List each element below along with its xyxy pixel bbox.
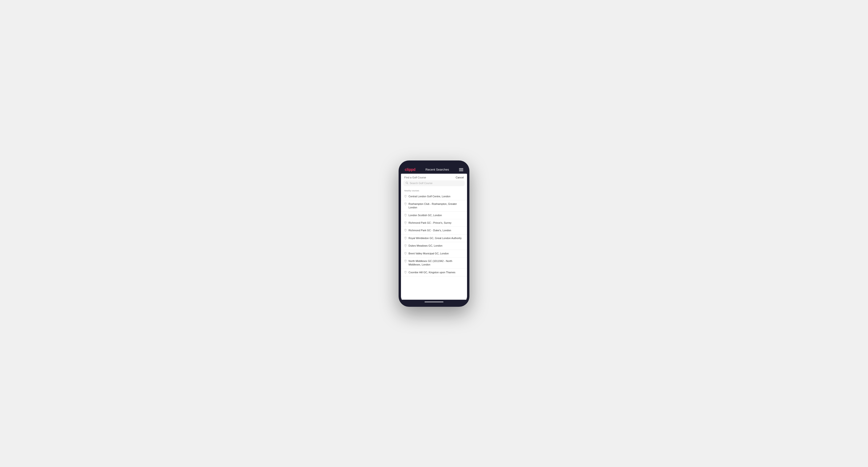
pin-icon: [404, 203, 407, 206]
svg-point-0: [406, 182, 408, 184]
pin-icon: [404, 252, 407, 255]
nearby-section: Nearby courses Central London Golf Centr…: [401, 188, 467, 300]
svg-point-9: [405, 252, 406, 253]
main-content: Find a Golf Course Cancel Nearby: [401, 174, 467, 300]
nav-title: Recent Searches: [426, 168, 449, 171]
cancel-button[interactable]: Cancel: [456, 176, 464, 179]
course-name: Richmond Park GC - Prince's, Surrey: [408, 221, 452, 225]
svg-point-4: [405, 214, 406, 215]
course-name: Dukes Meadows GC, London: [408, 244, 442, 248]
svg-point-8: [405, 245, 406, 245]
phone-screen: clippd Recent Searches Find a Golf Cours…: [401, 163, 467, 304]
course-name: Coombe Hill GC, Kingston upon Thames: [408, 271, 456, 274]
svg-point-5: [405, 222, 406, 222]
course-list-item[interactable]: Brent Valley Municipal GC, London: [401, 250, 467, 257]
svg-point-3: [405, 203, 406, 204]
course-list-item[interactable]: London Scottish GC, London: [401, 212, 467, 219]
pin-icon: [404, 214, 407, 217]
nav-bar: clippd Recent Searches: [401, 166, 467, 174]
course-name: Royal Wimbledon GC, Great London Authori…: [408, 237, 462, 240]
pin-icon: [404, 195, 407, 198]
svg-point-7: [405, 238, 406, 238]
hamburger-menu-icon[interactable]: [459, 168, 463, 171]
course-list-item[interactable]: Dukes Meadows GC, London: [401, 242, 467, 250]
pin-icon: [404, 244, 407, 248]
app-logo: clippd: [405, 167, 415, 172]
course-list-item[interactable]: Roehampton Club - Roehampton, Greater Lo…: [401, 200, 467, 212]
find-title: Find a Golf Course: [404, 176, 426, 179]
svg-point-2: [405, 195, 406, 196]
phone-frame: clippd Recent Searches Find a Golf Cours…: [399, 160, 469, 307]
course-name: Central London Golf Centre, London: [408, 195, 450, 198]
nearby-label: Nearby courses: [401, 188, 467, 193]
svg-point-6: [405, 229, 406, 230]
search-input[interactable]: [410, 182, 462, 185]
svg-line-1: [408, 183, 408, 184]
course-name: Brent Valley Municipal GC, London: [408, 252, 448, 255]
search-icon: [406, 182, 408, 185]
course-name: Richmond Park GC - Duke's, London: [408, 229, 451, 232]
course-list-item[interactable]: Coombe Hill GC, Kingston upon Thames: [401, 269, 467, 276]
pin-icon: [404, 237, 407, 240]
search-input-wrapper: [403, 180, 465, 186]
course-list-item[interactable]: Royal Wimbledon GC, Great London Authori…: [401, 235, 467, 242]
course-name: North Middlesex GC (1011942 - North Midd…: [408, 259, 464, 267]
course-list-item[interactable]: Central London Golf Centre, London: [401, 193, 467, 200]
pin-icon: [404, 229, 407, 232]
status-bar: [401, 163, 467, 166]
course-list-item[interactable]: Richmond Park GC - Duke's, London: [401, 227, 467, 234]
search-container: [401, 180, 467, 188]
pin-icon: [404, 271, 407, 274]
svg-point-10: [405, 260, 406, 261]
course-name: Roehampton Club - Roehampton, Greater Lo…: [408, 202, 464, 210]
course-list-item[interactable]: North Middlesex GC (1011942 - North Midd…: [401, 257, 467, 269]
course-list-item[interactable]: Richmond Park GC - Prince's, Surrey: [401, 219, 467, 227]
course-list: Central London Golf Centre, London Roeha…: [401, 193, 467, 277]
svg-point-11: [405, 272, 406, 272]
home-bar: [425, 302, 443, 302]
find-header: Find a Golf Course Cancel: [401, 174, 467, 180]
home-indicator: [401, 300, 467, 304]
course-name: London Scottish GC, London: [408, 214, 442, 217]
pin-icon: [404, 221, 407, 225]
pin-icon: [404, 259, 407, 263]
